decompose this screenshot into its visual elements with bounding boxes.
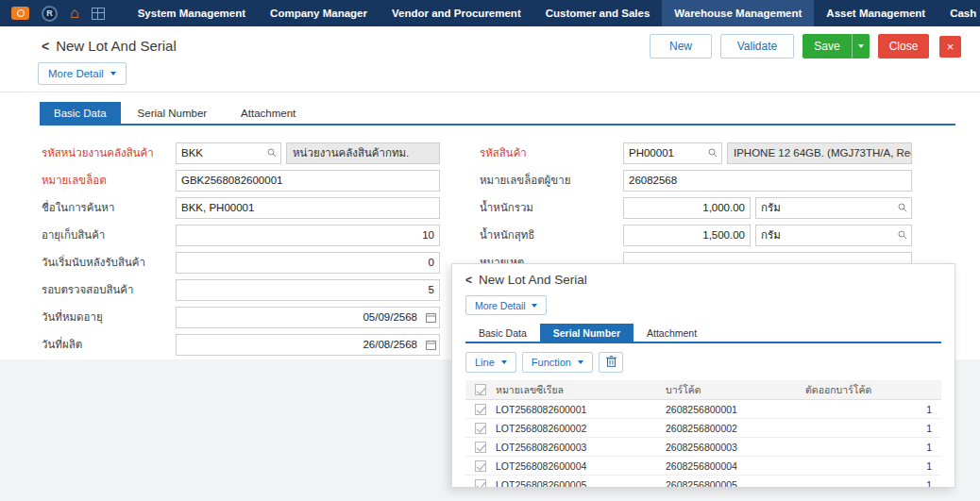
gross-weight-label: น้ำหนักรวม (480, 199, 623, 216)
close-button[interactable]: Close (878, 34, 929, 58)
close-x-button[interactable]: × (939, 36, 961, 58)
mfg-date-label: วันที่ผลิต (42, 336, 176, 353)
shelf-life-field (176, 225, 440, 246)
more-detail-label: More Detail (475, 300, 526, 311)
serial-cell: LOT2568082600005 (496, 479, 666, 489)
nav-item-system-management[interactable]: System Management (126, 0, 258, 26)
calendar-icon[interactable] (422, 340, 439, 350)
search-name-input[interactable] (177, 202, 439, 213)
tab-attachment[interactable]: Attachment (634, 324, 710, 342)
field-row-start-count: วันเริ่มนับหลังรับสินค้า (42, 251, 440, 274)
serial-cell: LOT2568082600003 (496, 442, 666, 453)
cut-cell: 1 (805, 423, 941, 434)
search-icon[interactable] (704, 148, 721, 158)
field-row-vendor-lot: หมายเลขล็อตผู้ขาย (480, 169, 912, 192)
net-weight-label: น้ำหนักสุทธิ (480, 226, 623, 243)
search-icon[interactable] (894, 203, 911, 212)
tab-underline (40, 124, 955, 125)
row-checkbox[interactable] (475, 423, 486, 434)
select-all-checkbox[interactable] (475, 384, 486, 395)
validate-button[interactable]: Validate (720, 34, 794, 58)
start-count-label: วันเริ่มนับหลังรับสินค้า (42, 254, 176, 271)
mfg-date-input[interactable] (177, 339, 422, 350)
net-weight-field (623, 225, 751, 246)
vendor-lot-input[interactable] (624, 175, 911, 186)
cut-cell: 1 (805, 460, 941, 472)
nav-item-asset-management[interactable]: Asset Management (814, 0, 938, 26)
inspection-cycle-input[interactable] (177, 284, 439, 295)
serial-cell: LOT2568082600002 (496, 423, 666, 434)
search-icon[interactable] (263, 148, 280, 158)
more-detail-button[interactable]: More Detail (38, 62, 127, 85)
nav-item-customer-sales[interactable]: Customer and Sales (533, 0, 663, 26)
cut-cell: 1 (805, 404, 941, 415)
barcode-column-header: บาร์โค้ด (666, 382, 805, 398)
expire-date-input[interactable] (177, 311, 422, 323)
overlay-toolbar: Line Function (465, 352, 941, 373)
warehouse-code-input[interactable] (177, 147, 263, 159)
nav-item-company-manager[interactable]: Company Manager (258, 0, 380, 26)
table-row[interactable]: LOT2568082600002 2608256800002 1 (465, 419, 941, 438)
lot-no-field (176, 170, 440, 192)
line-button[interactable]: Line (465, 352, 516, 373)
back-chevron-icon[interactable]: < (465, 274, 472, 287)
field-row-mfg-date: วันที่ผลิต (42, 333, 440, 356)
save-button[interactable]: Save (803, 34, 852, 58)
tab-serial-number[interactable]: Serial Number (121, 102, 225, 124)
overlay-header: < New Lot And Serial (465, 273, 941, 287)
table-row[interactable]: LOT2568082600004 2608256800004 1 (465, 457, 941, 476)
grid-menu-icon[interactable] (92, 8, 105, 20)
line-label: Line (475, 357, 495, 368)
more-detail-button[interactable]: More Detail (465, 295, 547, 315)
tab-serial-number[interactable]: Serial Number (540, 324, 634, 342)
nav-item-warehouse-management[interactable]: Warehouse Management (662, 0, 814, 26)
gross-weight-input[interactable] (624, 202, 750, 213)
serial-table-header: หมายเลขซีเรียล บาร์โค้ด ตัดออกบาร์โค้ด (465, 380, 941, 400)
top-navigation-bar: R ⌂ System Management Company Manager Ve… (0, 0, 980, 26)
table-row[interactable]: LOT2568082600003 2608256800003 1 (465, 438, 941, 457)
net-weight-input[interactable] (624, 229, 750, 241)
nav-item-cash-management[interactable]: Cash Management (938, 0, 980, 26)
new-button[interactable]: New (650, 34, 712, 58)
topnav-icon-group: R ⌂ (0, 0, 116, 26)
barcode-cell: 2608256800005 (666, 479, 805, 489)
tab-basic-data[interactable]: Basic Data (465, 324, 540, 342)
table-row[interactable]: LOT2568082600001 2608256800001 1 (465, 400, 941, 419)
field-row-product: รหัสสินค้า IPHONE 12 64GB. (MGJ73TH/A, R… (480, 142, 912, 164)
warehouse-label: รหัสหน่วยงานคลังสินค้า (42, 144, 176, 161)
tab-basic-data[interactable]: Basic Data (40, 102, 121, 124)
row-checkbox[interactable] (475, 460, 486, 472)
row-checkbox[interactable] (475, 479, 486, 489)
row-checkbox[interactable] (475, 404, 486, 415)
calendar-icon[interactable] (422, 312, 439, 323)
field-row-warehouse: รหัสหน่วยงานคลังสินค้า หน่วยงานคลังสินค้… (42, 142, 440, 164)
net-weight-unit-input[interactable] (756, 229, 894, 241)
lot-no-input[interactable] (177, 175, 439, 186)
field-row-search-name: ชื่อในการค้นหา (42, 196, 440, 219)
home-icon[interactable]: ⌂ (70, 6, 79, 21)
start-count-input[interactable] (177, 257, 439, 268)
gross-weight-unit-input[interactable] (756, 202, 894, 213)
table-row[interactable]: LOT2568082600005 2608256800005 1 (465, 476, 941, 488)
barcode-cell: 2608256800001 (666, 404, 805, 415)
app-logo-icon[interactable] (11, 7, 29, 20)
back-chevron-icon[interactable]: < (42, 39, 49, 54)
tab-attachment[interactable]: Attachment (224, 102, 313, 124)
nav-item-vendor-procurement[interactable]: Vendor and Procurement (380, 0, 533, 26)
row-checkbox[interactable] (475, 442, 486, 453)
delete-button[interactable] (599, 352, 623, 373)
product-code-input[interactable] (624, 147, 704, 159)
warehouse-name-readonly: หน่วยงานคลังสินค้ากทม. (286, 142, 440, 164)
record-badge-icon[interactable]: R (42, 6, 58, 22)
inspection-cycle-label: รอบตรวจสอบสินค้า (42, 281, 176, 298)
field-row-shelf-life: อายุเก็บสินค้า (42, 224, 440, 246)
shelf-life-input[interactable] (177, 229, 439, 241)
search-name-label: ชื่อในการค้นหา (42, 199, 176, 216)
app-window: R ⌂ System Management Company Manager Ve… (0, 0, 980, 501)
save-dropdown-button[interactable] (852, 34, 870, 58)
function-button[interactable]: Function (522, 352, 593, 373)
save-split-button: Save (803, 34, 870, 58)
vendor-lot-label: หมายเลขล็อตผู้ขาย (480, 172, 623, 189)
search-icon[interactable] (894, 230, 911, 240)
search-name-field (176, 197, 440, 219)
